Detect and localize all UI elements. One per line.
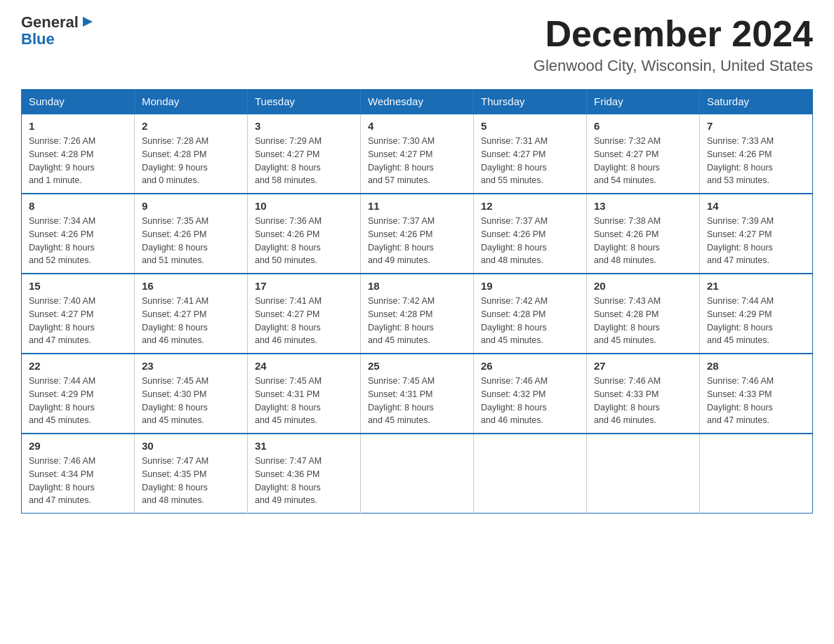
calendar-week-row: 22 Sunrise: 7:44 AM Sunset: 4:29 PM Dayl… [22, 354, 813, 434]
day-info: Sunrise: 7:46 AM Sunset: 4:34 PM Dayligh… [29, 455, 127, 507]
day-info: Sunrise: 7:40 AM Sunset: 4:27 PM Dayligh… [29, 295, 127, 347]
day-info: Sunrise: 7:45 AM Sunset: 4:31 PM Dayligh… [368, 375, 466, 427]
calendar-week-row: 29 Sunrise: 7:46 AM Sunset: 4:34 PM Dayl… [22, 434, 813, 514]
page-title: December 2024 [534, 14, 813, 54]
day-number: 9 [142, 200, 240, 212]
calendar-cell [587, 434, 700, 514]
day-info: Sunrise: 7:47 AM Sunset: 4:36 PM Dayligh… [255, 455, 353, 507]
day-number: 24 [255, 360, 353, 372]
day-number: 6 [594, 120, 692, 132]
day-info: Sunrise: 7:36 AM Sunset: 4:26 PM Dayligh… [255, 215, 353, 267]
page-subtitle: Glenwood City, Wisconsin, United States [534, 57, 813, 75]
day-number: 26 [481, 360, 579, 372]
day-info: Sunrise: 7:29 AM Sunset: 4:27 PM Dayligh… [255, 135, 353, 187]
day-number: 5 [481, 120, 579, 132]
calendar-cell: 27 Sunrise: 7:46 AM Sunset: 4:33 PM Dayl… [587, 354, 700, 434]
calendar-week-row: 8 Sunrise: 7:34 AM Sunset: 4:26 PM Dayli… [22, 194, 813, 274]
day-info: Sunrise: 7:33 AM Sunset: 4:26 PM Dayligh… [707, 135, 805, 187]
calendar-table: SundayMondayTuesdayWednesdayThursdayFrid… [21, 89, 813, 514]
day-info: Sunrise: 7:46 AM Sunset: 4:33 PM Dayligh… [707, 375, 805, 427]
calendar-cell [474, 434, 587, 514]
calendar-cell: 4 Sunrise: 7:30 AM Sunset: 4:27 PM Dayli… [361, 114, 474, 194]
calendar-cell: 18 Sunrise: 7:42 AM Sunset: 4:28 PM Dayl… [361, 274, 474, 354]
day-number: 28 [707, 360, 805, 372]
calendar-week-row: 15 Sunrise: 7:40 AM Sunset: 4:27 PM Dayl… [22, 274, 813, 354]
day-info: Sunrise: 7:45 AM Sunset: 4:30 PM Dayligh… [142, 375, 240, 427]
day-number: 31 [255, 440, 353, 452]
svg-marker-0 [83, 17, 93, 27]
calendar-cell: 19 Sunrise: 7:42 AM Sunset: 4:28 PM Dayl… [474, 274, 587, 354]
calendar-cell: 7 Sunrise: 7:33 AM Sunset: 4:26 PM Dayli… [700, 114, 813, 194]
day-info: Sunrise: 7:41 AM Sunset: 4:27 PM Dayligh… [255, 295, 353, 347]
logo-words: General Blue [21, 14, 95, 48]
day-info: Sunrise: 7:37 AM Sunset: 4:26 PM Dayligh… [368, 215, 466, 267]
day-number: 3 [255, 120, 353, 132]
day-number: 1 [29, 120, 127, 132]
day-number: 30 [142, 440, 240, 452]
calendar-cell: 2 Sunrise: 7:28 AM Sunset: 4:28 PM Dayli… [135, 114, 248, 194]
day-info: Sunrise: 7:39 AM Sunset: 4:27 PM Dayligh… [707, 215, 805, 267]
day-number: 20 [594, 280, 692, 292]
calendar-cell: 15 Sunrise: 7:40 AM Sunset: 4:27 PM Dayl… [22, 274, 135, 354]
day-number: 18 [368, 280, 466, 292]
weekday-header-saturday: Saturday [700, 90, 813, 114]
day-info: Sunrise: 7:42 AM Sunset: 4:28 PM Dayligh… [368, 295, 466, 347]
weekday-header-thursday: Thursday [474, 90, 587, 114]
day-number: 10 [255, 200, 353, 212]
day-number: 16 [142, 280, 240, 292]
day-info: Sunrise: 7:37 AM Sunset: 4:26 PM Dayligh… [481, 215, 579, 267]
day-info: Sunrise: 7:31 AM Sunset: 4:27 PM Dayligh… [481, 135, 579, 187]
day-number: 12 [481, 200, 579, 212]
day-number: 22 [29, 360, 127, 372]
calendar-cell: 23 Sunrise: 7:45 AM Sunset: 4:30 PM Dayl… [135, 354, 248, 434]
title-block: December 2024 Glenwood City, Wisconsin, … [534, 14, 813, 75]
calendar-cell: 22 Sunrise: 7:44 AM Sunset: 4:29 PM Dayl… [22, 354, 135, 434]
weekday-header-tuesday: Tuesday [248, 90, 361, 114]
logo-arrow-icon [80, 14, 95, 29]
weekday-header-sunday: Sunday [22, 90, 135, 114]
day-number: 14 [707, 200, 805, 212]
calendar-cell: 17 Sunrise: 7:41 AM Sunset: 4:27 PM Dayl… [248, 274, 361, 354]
calendar-cell: 5 Sunrise: 7:31 AM Sunset: 4:27 PM Dayli… [474, 114, 587, 194]
day-info: Sunrise: 7:35 AM Sunset: 4:26 PM Dayligh… [142, 215, 240, 267]
calendar-cell: 28 Sunrise: 7:46 AM Sunset: 4:33 PM Dayl… [700, 354, 813, 434]
weekday-header-monday: Monday [135, 90, 248, 114]
calendar-cell: 1 Sunrise: 7:26 AM Sunset: 4:28 PM Dayli… [22, 114, 135, 194]
day-info: Sunrise: 7:26 AM Sunset: 4:28 PM Dayligh… [29, 135, 127, 187]
day-info: Sunrise: 7:47 AM Sunset: 4:35 PM Dayligh… [142, 455, 240, 507]
calendar-cell: 14 Sunrise: 7:39 AM Sunset: 4:27 PM Dayl… [700, 194, 813, 274]
day-info: Sunrise: 7:45 AM Sunset: 4:31 PM Dayligh… [255, 375, 353, 427]
calendar-cell: 6 Sunrise: 7:32 AM Sunset: 4:27 PM Dayli… [587, 114, 700, 194]
day-number: 21 [707, 280, 805, 292]
day-number: 15 [29, 280, 127, 292]
logo-general-text: General [21, 14, 95, 31]
calendar-cell: 24 Sunrise: 7:45 AM Sunset: 4:31 PM Dayl… [248, 354, 361, 434]
day-info: Sunrise: 7:38 AM Sunset: 4:26 PM Dayligh… [594, 215, 692, 267]
day-info: Sunrise: 7:46 AM Sunset: 4:33 PM Dayligh… [594, 375, 692, 427]
logo: General Blue [21, 14, 95, 48]
day-info: Sunrise: 7:43 AM Sunset: 4:28 PM Dayligh… [594, 295, 692, 347]
weekday-header-wednesday: Wednesday [361, 90, 474, 114]
calendar-header-row: SundayMondayTuesdayWednesdayThursdayFrid… [22, 90, 813, 114]
page-header: General Blue December 2024 Glenwood City… [21, 14, 813, 75]
day-info: Sunrise: 7:30 AM Sunset: 4:27 PM Dayligh… [368, 135, 466, 187]
day-number: 29 [29, 440, 127, 452]
calendar-cell: 11 Sunrise: 7:37 AM Sunset: 4:26 PM Dayl… [361, 194, 474, 274]
calendar-cell: 16 Sunrise: 7:41 AM Sunset: 4:27 PM Dayl… [135, 274, 248, 354]
day-number: 11 [368, 200, 466, 212]
day-number: 4 [368, 120, 466, 132]
day-info: Sunrise: 7:46 AM Sunset: 4:32 PM Dayligh… [481, 375, 579, 427]
calendar-cell: 29 Sunrise: 7:46 AM Sunset: 4:34 PM Dayl… [22, 434, 135, 514]
calendar-cell [361, 434, 474, 514]
calendar-cell [700, 434, 813, 514]
calendar-cell: 12 Sunrise: 7:37 AM Sunset: 4:26 PM Dayl… [474, 194, 587, 274]
day-info: Sunrise: 7:28 AM Sunset: 4:28 PM Dayligh… [142, 135, 240, 187]
calendar-cell: 26 Sunrise: 7:46 AM Sunset: 4:32 PM Dayl… [474, 354, 587, 434]
day-info: Sunrise: 7:44 AM Sunset: 4:29 PM Dayligh… [29, 375, 127, 427]
calendar-cell: 31 Sunrise: 7:47 AM Sunset: 4:36 PM Dayl… [248, 434, 361, 514]
calendar-cell: 21 Sunrise: 7:44 AM Sunset: 4:29 PM Dayl… [700, 274, 813, 354]
day-number: 23 [142, 360, 240, 372]
calendar-cell: 3 Sunrise: 7:29 AM Sunset: 4:27 PM Dayli… [248, 114, 361, 194]
calendar-cell: 9 Sunrise: 7:35 AM Sunset: 4:26 PM Dayli… [135, 194, 248, 274]
calendar-cell: 20 Sunrise: 7:43 AM Sunset: 4:28 PM Dayl… [587, 274, 700, 354]
